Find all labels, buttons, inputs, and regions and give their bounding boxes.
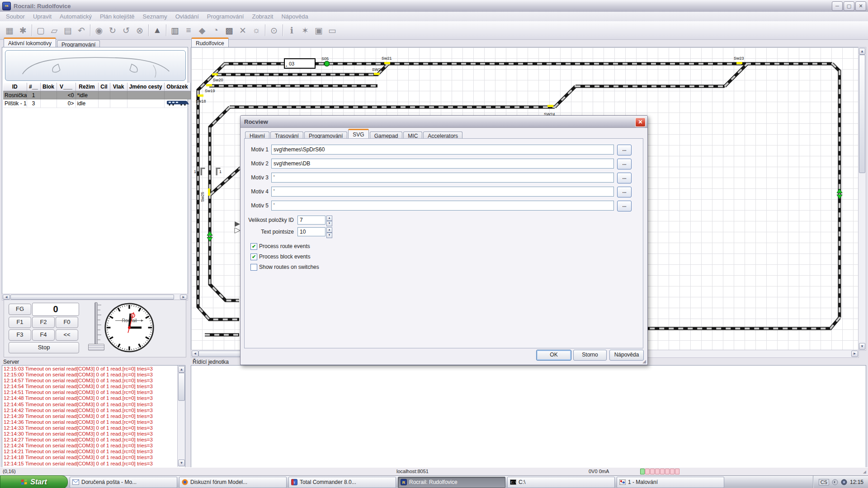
browse-button[interactable]: ... — [617, 159, 632, 169]
restart-button[interactable]: ↻ — [106, 24, 119, 37]
minimize-button[interactable]: ─ — [832, 1, 843, 11]
menu-seznamy[interactable]: Seznamy — [139, 12, 171, 21]
browse-button[interactable]: ... — [617, 187, 632, 197]
motif-input[interactable] — [271, 187, 614, 197]
browse-button[interactable]: ... — [617, 173, 632, 183]
column-header[interactable]: Režim — [75, 83, 98, 91]
column-header[interactable]: V___ — [57, 83, 75, 91]
column-header[interactable]: Vlak — [110, 83, 127, 91]
speed-slider[interactable] — [90, 302, 102, 346]
server-log[interactable]: 12:15:03 Timeout on serial read[COM3] 0 … — [2, 365, 185, 468]
ok-button[interactable]: OK — [536, 350, 571, 361]
open-folder-button[interactable]: ▱ — [47, 24, 61, 37]
checkbox-process-block-events[interactable]: ✔ — [250, 253, 257, 260]
print-button[interactable]: ▭ — [326, 24, 339, 37]
scroll-right-icon[interactable]: ► — [180, 295, 187, 300]
close-button[interactable]: ✕ — [855, 1, 866, 11]
dialog-tab-svg[interactable]: SVG — [348, 129, 368, 139]
stop-button[interactable]: Stop — [9, 342, 79, 353]
fg-button[interactable]: FG — [9, 304, 31, 315]
tray-network-icon[interactable] — [841, 479, 847, 485]
column-header[interactable]: Jméno cesty — [127, 83, 164, 91]
spin-down-icon[interactable]: ▼ — [326, 221, 332, 226]
properties-button[interactable]: ≡ — [182, 24, 195, 37]
browse-button[interactable]: ... — [617, 145, 632, 155]
f-button-f1[interactable]: F1 — [9, 317, 31, 328]
spin-down-icon[interactable]: ▼ — [326, 233, 332, 238]
scroll-thumb[interactable] — [10, 295, 174, 300]
slider-thumb[interactable] — [88, 344, 104, 351]
f-button-f4[interactable]: F4 — [32, 329, 55, 341]
scroll-thumb[interactable] — [178, 373, 185, 401]
new-file-button[interactable]: ▢ — [34, 24, 47, 37]
f-button-f2[interactable]: F2 — [32, 317, 55, 328]
dice-button[interactable]: ▩ — [222, 24, 236, 37]
spinner-input[interactable] — [297, 216, 326, 225]
undo-button[interactable]: ↶ — [75, 24, 88, 37]
language-indicator[interactable]: CS — [819, 479, 829, 485]
column-header[interactable]: Blok — [40, 83, 57, 91]
column-header[interactable]: #__ — [27, 83, 40, 91]
start-button[interactable]: Start — [0, 475, 68, 488]
scroll-left-icon[interactable]: ◄ — [192, 351, 198, 357]
menu-soubor[interactable]: Soubor — [2, 12, 29, 21]
scroll-right-icon[interactable]: ► — [851, 351, 858, 357]
f-button-item[interactable]: << — [56, 329, 78, 341]
napoveda-button[interactable]: Nápověda — [609, 350, 644, 361]
menu-automaticky[interactable]: Automatický — [56, 12, 96, 21]
motif-input[interactable] — [271, 201, 614, 211]
tab-aktivni-lokomotivy[interactable]: Aktivní lokomotivy — [4, 38, 56, 47]
column-header[interactable]: ID — [3, 83, 27, 91]
tray-volume-icon[interactable] — [832, 479, 838, 485]
lamp-button[interactable]: ☼ — [250, 24, 263, 37]
spinner-arrows[interactable]: ▲▼ — [326, 216, 332, 225]
spinner-arrows[interactable]: ▲▼ — [326, 227, 332, 236]
task-total-commander-80[interactable]: TTotal Commander 8.0... — [288, 477, 396, 488]
column-header[interactable]: Cíl — [98, 83, 110, 91]
motif-input[interactable] — [271, 173, 614, 183]
menu-ovladani[interactable]: Ovládání — [171, 12, 203, 21]
storno-button[interactable]: Storno — [573, 350, 607, 361]
scroll-down-icon[interactable]: ▼ — [178, 460, 185, 466]
task-1-malovani[interactable]: 1 - Malování — [617, 477, 724, 488]
fast-clock-button[interactable]: ◔ — [209, 24, 222, 37]
shuffle-button[interactable]: ✕ — [236, 24, 250, 37]
task-dorucena-posta-mo[interactable]: Doručená pošta - Mo... — [70, 477, 177, 488]
task-diskuzni-forum-model[interactable]: Diskuzní fórum Model... — [179, 477, 287, 488]
column-header[interactable]: Obrázek — [164, 83, 190, 91]
settings-gears-button[interactable]: ✱ — [16, 24, 30, 37]
menu-zobrazit[interactable]: Zobrazit — [248, 12, 277, 21]
power-button[interactable]: ◉ — [92, 24, 106, 37]
log-vscroll[interactable]: ▲ ▼ — [177, 366, 185, 467]
table-row[interactable]: Pilštik - 130>idle — [3, 99, 190, 108]
motif-input[interactable] — [271, 145, 614, 155]
task-rocrail-rudolfovice[interactable]: RRocrail: Rudolfovice — [398, 477, 505, 488]
browse-button[interactable]: ... — [617, 201, 632, 211]
menu-plan-kolejiste[interactable]: Plán kolejiště — [96, 12, 139, 21]
motif-input[interactable] — [271, 159, 614, 169]
scroll-down-icon[interactable]: ▼ — [859, 343, 865, 350]
maximize-button[interactable]: ▢ — [844, 1, 854, 11]
scroll-up-icon[interactable]: ▲ — [859, 48, 865, 55]
menu-upravit[interactable]: Upravit — [29, 12, 56, 21]
f-button-f0[interactable]: F0 — [56, 317, 78, 328]
train-button[interactable]: ▥ — [168, 24, 182, 37]
table-row[interactable]: Rosnička1<0*idle — [3, 91, 190, 99]
scroll-left-icon[interactable]: ◄ — [3, 295, 10, 300]
canvas-vscroll[interactable]: ▲ ▼ — [858, 47, 866, 351]
save-button[interactable]: ▤ — [61, 24, 75, 37]
spin-up-icon[interactable]: ▲ — [326, 216, 332, 221]
task-c[interactable]: C:\C:\ — [507, 477, 615, 488]
warning-button[interactable]: ▲ — [151, 24, 164, 37]
spin-up-icon[interactable]: ▲ — [326, 227, 332, 233]
checkbox-process-route-events[interactable]: ✔ — [250, 243, 257, 250]
report-button[interactable]: ▣ — [312, 24, 326, 37]
cancel-button[interactable]: ⊗ — [133, 24, 146, 37]
connect-button[interactable]: ▦ — [3, 24, 16, 37]
search-button[interactable]: ⊙ — [267, 24, 281, 37]
reset-button[interactable]: ↺ — [119, 24, 133, 37]
f-button-f3[interactable]: F3 — [9, 329, 31, 341]
menu-programovani[interactable]: Programování — [203, 12, 248, 21]
mouse-button[interactable]: ◆ — [195, 24, 209, 37]
tab-rudolfovice[interactable]: Rudolfovice — [191, 38, 229, 47]
